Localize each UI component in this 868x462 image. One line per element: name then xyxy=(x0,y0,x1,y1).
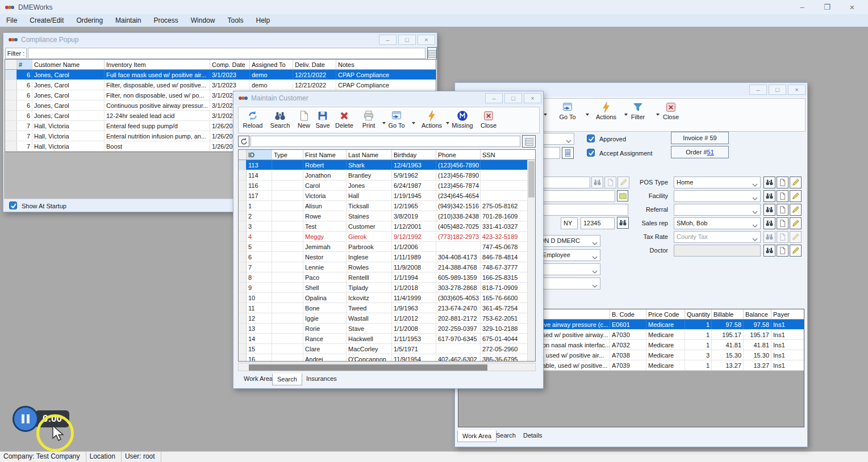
table-row[interactable]: 1AlisunTicksall1/2/1965(949)342-1516275-… xyxy=(239,201,535,211)
maximize-icon[interactable]: □ xyxy=(398,35,416,45)
timer-pause-button[interactable] xyxy=(12,406,39,432)
grid-view-icon[interactable] xyxy=(522,135,536,148)
column-header[interactable]: ID xyxy=(247,150,272,159)
table-row[interactable]: 2RoweStaines3/8/2019(210)338-2438701-28-… xyxy=(239,211,535,221)
grid-view-icon[interactable] xyxy=(427,47,437,60)
close-icon[interactable]: × xyxy=(840,0,865,14)
filter-input[interactable] xyxy=(28,48,425,59)
column-header[interactable]: Last Name xyxy=(347,150,392,159)
horizontal-scrollbar[interactable] xyxy=(238,363,536,371)
goto-dropdown-icon[interactable] xyxy=(586,114,589,117)
print-button[interactable]: Print xyxy=(356,110,381,132)
goto-button[interactable]: Go To xyxy=(555,101,580,124)
minimize-icon[interactable]: – xyxy=(790,0,815,14)
table-row[interactable]: 9ShellTiplady1/1/2018303-278-2868818-71-… xyxy=(239,283,535,293)
column-header[interactable]: Price Code xyxy=(646,309,685,319)
close-button[interactable]: Close xyxy=(658,101,683,124)
scrollbar-thumb[interactable] xyxy=(249,364,487,371)
order-button[interactable]: Order # 51 xyxy=(671,146,729,158)
column-header[interactable]: Assigned To xyxy=(250,60,293,69)
edit-pencil-icon[interactable] xyxy=(790,204,802,216)
table-row[interactable]: 15ClareMacCorley1/5/1971272-05-2960 xyxy=(239,344,535,354)
menu-window[interactable]: Window xyxy=(185,15,222,26)
minimize-icon[interactable]: – xyxy=(485,93,503,103)
edit-pencil-icon[interactable] xyxy=(790,217,802,229)
tab-details[interactable]: Details xyxy=(519,430,547,442)
menu-tools[interactable]: Tools xyxy=(221,15,249,26)
close-button[interactable]: Close xyxy=(476,110,501,132)
reload-button[interactable]: Reload xyxy=(240,110,265,132)
print-dropdown-icon[interactable] xyxy=(544,114,547,117)
column-header[interactable]: SSN xyxy=(481,150,535,159)
menu-help[interactable]: Help xyxy=(249,15,276,26)
search-icon[interactable] xyxy=(763,204,775,216)
column-header[interactable]: Balance xyxy=(744,309,771,319)
minimize-icon[interactable]: – xyxy=(749,85,767,95)
search-icon[interactable] xyxy=(763,245,775,257)
edit-pencil-icon[interactable] xyxy=(790,190,802,202)
column-header[interactable]: Inventory Item xyxy=(105,60,210,69)
filter-button[interactable]: Filter xyxy=(625,101,650,124)
accept-assignment-checkbox[interactable] xyxy=(587,149,595,157)
goto-button[interactable]: Go To xyxy=(384,110,409,132)
menu-process[interactable]: Process xyxy=(147,15,184,26)
maximize-icon[interactable]: □ xyxy=(769,85,786,95)
tab-search[interactable]: Search xyxy=(272,373,302,385)
column-header[interactable]: Payer xyxy=(771,309,804,319)
edit-pencil-icon[interactable] xyxy=(790,245,802,257)
sales-rep-combo[interactable]: SMoh, Bob xyxy=(674,217,761,229)
search-icon[interactable] xyxy=(763,217,775,229)
menu-maintain[interactable]: Maintain xyxy=(109,15,147,26)
search-icon[interactable] xyxy=(763,177,775,188)
table-row[interactable]: 6Jones, CarolFull face mask used w/ posi… xyxy=(5,70,436,80)
column-header[interactable]: Phone xyxy=(436,150,481,159)
show-at-startup-checkbox[interactable] xyxy=(9,201,17,209)
column-header[interactable]: B. Code xyxy=(610,309,646,319)
refresh-icon[interactable] xyxy=(238,136,249,147)
column-header[interactable]: Comp. Date xyxy=(210,60,250,69)
column-header[interactable]: Deliv. Date xyxy=(293,60,336,69)
table-row[interactable]: 5JemimahParbrook1/1/2006747-45-0678 xyxy=(239,242,535,252)
pos-type-combo[interactable]: Home xyxy=(674,177,761,188)
table-row[interactable]: 4MeggyGierok9/12/1992(773)182-2973423-32… xyxy=(239,232,535,242)
close-icon[interactable]: × xyxy=(788,85,806,95)
table-row[interactable]: 8PacoRentelll1/1/1994605-989-1359166-25-… xyxy=(239,272,535,283)
column-header[interactable]: Billable xyxy=(712,309,744,319)
table-row[interactable]: 116CarolJones6/24/1987(123)456-7874 xyxy=(239,180,535,191)
table-row[interactable]: 11BoneTweed1/9/1963213-674-2470361-45-72… xyxy=(239,303,535,313)
menu-ordering[interactable]: Ordering xyxy=(70,15,109,26)
zip-field[interactable]: 12345 xyxy=(581,217,615,229)
new-doc-icon[interactable] xyxy=(777,204,788,216)
column-header[interactable]: Notes xyxy=(336,60,436,69)
table-row[interactable]: 14RanceHackwell1/11/1953617-970-6345675-… xyxy=(239,334,535,344)
approved-checkbox[interactable] xyxy=(587,135,595,142)
compliance-titlebar[interactable]: Compliance Popup – □ × xyxy=(3,33,437,47)
facility-combo[interactable] xyxy=(674,190,761,202)
maintain-titlebar[interactable]: Maintain Customer – □ × xyxy=(233,91,543,105)
menu-file[interactable]: File xyxy=(0,15,23,26)
referral-combo[interactable] xyxy=(674,204,761,216)
delete-button[interactable]: Delete xyxy=(332,110,357,132)
table-row[interactable]: 6NestorInglese1/11/1989304-408-4173846-7… xyxy=(239,252,535,262)
table-row[interactable]: 6Jones, CarolFilter, disposable, used w/… xyxy=(5,80,436,90)
new-doc-icon[interactable] xyxy=(777,177,788,188)
tab-search[interactable]: Search xyxy=(491,430,520,442)
missing-button[interactable]: Missing xyxy=(450,110,475,132)
table-row[interactable]: 117VictoriaHall1/19/1945(234)645-4654 xyxy=(239,191,535,201)
maximize-icon[interactable]: □ xyxy=(504,93,522,103)
close-icon[interactable]: × xyxy=(524,93,541,103)
calendar-calc-icon[interactable] xyxy=(562,147,574,159)
actions-button[interactable]: Actions xyxy=(419,110,444,132)
customer-search-input[interactable] xyxy=(251,136,520,147)
order-number-link[interactable]: 51 xyxy=(707,149,714,156)
state-field[interactable]: NY xyxy=(561,217,578,229)
column-header[interactable]: Birthday xyxy=(392,150,436,159)
new-doc-icon[interactable] xyxy=(777,190,788,202)
column-header[interactable]: Type xyxy=(272,150,303,159)
close-icon[interactable]: × xyxy=(418,35,435,45)
menu-create-edit[interactable]: Create/Edit xyxy=(23,15,70,26)
table-row[interactable]: 114JonathonBrantley5/9/1962(123)456-7890 xyxy=(239,170,535,180)
vertical-scrollbar[interactable] xyxy=(527,160,535,361)
tab-work-area[interactable]: Work Area xyxy=(457,430,496,442)
table-row[interactable]: 7LennieRowles11/9/2008214-388-4768748-67… xyxy=(239,262,535,272)
